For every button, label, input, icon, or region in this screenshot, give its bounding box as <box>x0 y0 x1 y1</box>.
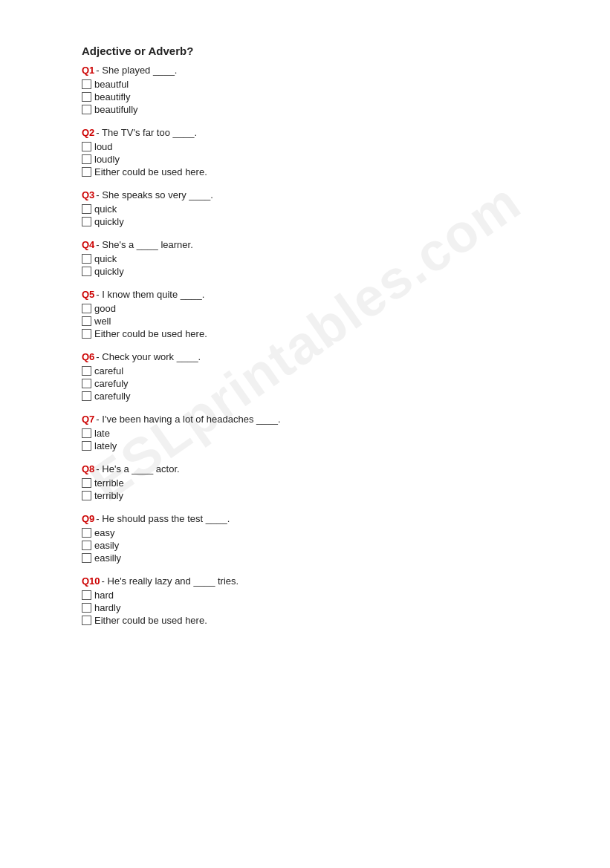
option-line-q1-1: beautifly <box>82 91 543 102</box>
checkbox-q4-1[interactable] <box>82 267 91 276</box>
checkbox-q9-2[interactable] <box>82 553 91 563</box>
checkbox-q3-0[interactable] <box>82 204 91 214</box>
option-line-q2-0: loud <box>82 141 543 152</box>
option-label-q2-2: Either could be used here. <box>94 166 207 177</box>
option-label-q3-1: quickly <box>94 216 124 227</box>
option-line-q9-2: easilly <box>82 552 543 564</box>
question-line-q1: Q1 - She played ____. <box>82 65 543 76</box>
question-label-q4: Q4 <box>82 239 94 250</box>
checkbox-q6-0[interactable] <box>82 366 91 376</box>
option-label-q9-0: easy <box>94 527 114 538</box>
question-label-q6: Q6 <box>82 351 94 362</box>
option-label-q2-0: loud <box>94 141 113 152</box>
option-label-q4-0: quick <box>94 253 117 264</box>
question-label-q3: Q3 <box>82 189 94 200</box>
checkbox-q4-0[interactable] <box>82 254 91 264</box>
option-line-q6-1: carefuly <box>82 378 543 389</box>
checkbox-q1-2[interactable] <box>82 105 91 114</box>
question-label-q2: Q2 <box>82 127 94 138</box>
question-block-q4: Q4 - She's a ____ learner.quickquickly <box>82 239 543 283</box>
option-line-q7-1: lately <box>82 440 543 451</box>
question-line-q5: Q5 - I know them quite ____. <box>82 289 543 300</box>
option-label-q10-1: hardly <box>94 602 120 613</box>
option-line-q10-1: hardly <box>82 602 543 613</box>
checkbox-q7-0[interactable] <box>82 428 91 438</box>
option-line-q1-2: beautifully <box>82 104 543 115</box>
option-label-q2-1: loudly <box>94 154 120 165</box>
question-line-q6: Q6 - Check your work ____. <box>82 351 543 362</box>
content: Adjective or Adverb? Q1 - She played ___… <box>82 45 543 632</box>
question-line-q3: Q3 - She speaks so very ____. <box>82 189 543 200</box>
question-line-q8: Q8 - He's a ____ actor. <box>82 463 543 474</box>
question-text-q1: - She played ____. <box>96 65 177 76</box>
checkbox-q9-1[interactable] <box>82 541 91 550</box>
question-label-q9: Q9 <box>82 513 94 524</box>
option-line-q5-1: well <box>82 316 543 327</box>
question-line-q9: Q9 - He should pass the test ____. <box>82 513 543 524</box>
question-label-q5: Q5 <box>82 289 94 300</box>
checkbox-q8-1[interactable] <box>82 491 91 500</box>
option-line-q5-2: Either could be used here. <box>82 328 543 339</box>
option-label-q6-1: carefuly <box>94 378 129 389</box>
option-line-q4-0: quick <box>82 253 543 264</box>
checkbox-q5-1[interactable] <box>82 316 91 326</box>
option-label-q4-1: quickly <box>94 266 124 277</box>
option-label-q1-0: beautful <box>94 79 129 90</box>
question-text-q3: - She speaks so very ____. <box>96 189 213 200</box>
question-text-q9: - He should pass the test ____. <box>96 513 230 524</box>
question-label-q1: Q1 <box>82 65 94 76</box>
question-text-q2: - The TV's far too ____. <box>96 127 197 138</box>
option-label-q1-2: beautifully <box>94 104 138 115</box>
checkbox-q5-0[interactable] <box>82 304 91 313</box>
option-line-q7-0: late <box>82 428 543 439</box>
option-label-q9-1: easily <box>94 540 119 551</box>
option-label-q6-2: carefully <box>94 391 130 402</box>
option-label-q8-1: terribly <box>94 490 123 501</box>
question-label-q7: Q7 <box>82 414 94 425</box>
option-line-q8-0: terrible <box>82 477 543 489</box>
checkbox-q6-2[interactable] <box>82 391 91 401</box>
option-line-q10-0: hard <box>82 590 543 601</box>
question-text-q7: - I've been having a lot of headaches __… <box>96 414 280 425</box>
option-line-q1-0: beautful <box>82 79 543 90</box>
option-line-q3-1: quickly <box>82 216 543 227</box>
option-label-q6-0: careful <box>94 365 123 376</box>
checkbox-q3-1[interactable] <box>82 217 91 226</box>
checkbox-q9-0[interactable] <box>82 528 91 538</box>
question-block-q3: Q3 - She speaks so very ____.quickquickl… <box>82 189 543 233</box>
option-label-q5-1: well <box>94 316 111 327</box>
question-block-q2: Q2 - The TV's far too ____.loudloudlyEit… <box>82 127 543 183</box>
question-line-q4: Q4 - She's a ____ learner. <box>82 239 543 250</box>
option-line-q4-1: quickly <box>82 266 543 277</box>
question-line-q2: Q2 - The TV's far too ____. <box>82 127 543 138</box>
question-line-q7: Q7 - I've been having a lot of headaches… <box>82 414 543 425</box>
option-line-q9-1: easily <box>82 540 543 551</box>
checkbox-q8-0[interactable] <box>82 478 91 488</box>
checkbox-q10-1[interactable] <box>82 603 91 613</box>
option-label-q3-0: quick <box>94 203 117 215</box>
question-block-q10: Q10 - He's really lazy and ____ tries.ha… <box>82 575 543 632</box>
option-line-q2-1: loudly <box>82 154 543 165</box>
checkbox-q1-0[interactable] <box>82 79 91 89</box>
checkbox-q2-2[interactable] <box>82 167 91 177</box>
option-line-q2-2: Either could be used here. <box>82 166 543 177</box>
question-text-q5: - I know them quite ____. <box>96 289 204 300</box>
checkbox-q1-1[interactable] <box>82 92 91 102</box>
checkbox-q10-0[interactable] <box>82 590 91 600</box>
question-text-q8: - He's a ____ actor. <box>96 463 179 474</box>
questions-container: Q1 - She played ____.beautfulbeautiflybe… <box>82 65 543 632</box>
checkbox-q2-1[interactable] <box>82 154 91 164</box>
checkbox-q2-0[interactable] <box>82 142 91 151</box>
checkbox-q6-1[interactable] <box>82 379 91 388</box>
option-line-q8-1: terribly <box>82 490 543 501</box>
option-label-q10-2: Either could be used here. <box>94 615 207 626</box>
checkbox-q5-2[interactable] <box>82 329 91 339</box>
checkbox-q10-2[interactable] <box>82 616 91 625</box>
option-label-q5-0: good <box>94 303 116 314</box>
question-text-q10: - He's really lazy and ____ tries. <box>102 575 239 587</box>
question-label-q10: Q10 <box>82 575 100 587</box>
checkbox-q7-1[interactable] <box>82 441 91 451</box>
question-block-q7: Q7 - I've been having a lot of headaches… <box>82 414 543 457</box>
question-label-q8: Q8 <box>82 463 94 474</box>
question-text-q6: - Check your work ____. <box>96 351 201 362</box>
